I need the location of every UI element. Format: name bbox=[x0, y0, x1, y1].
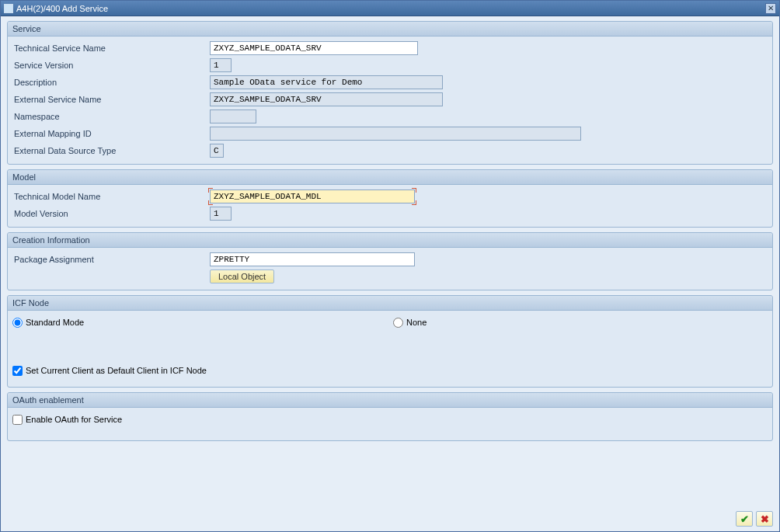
panel-icf-header: ICF Node bbox=[8, 296, 772, 311]
input-description bbox=[210, 75, 443, 89]
input-ext-mapping-id bbox=[210, 127, 581, 141]
titlebar: A4H(2)/400 Add Service ✕ bbox=[1, 1, 779, 16]
action-bar: ✔ ✖ bbox=[1, 508, 779, 531]
input-ext-ds-type bbox=[210, 144, 224, 158]
label-tech-service-name: Technical Service Name bbox=[12, 43, 205, 53]
radio-none-input[interactable] bbox=[393, 318, 403, 328]
input-model-version bbox=[210, 207, 232, 221]
checkbox-enable-oauth[interactable]: Enable OAuth for Service bbox=[12, 415, 122, 425]
label-namespace: Namespace bbox=[12, 112, 205, 121]
label-model-version: Model Version bbox=[12, 209, 205, 218]
panel-service-header: Service bbox=[8, 22, 772, 37]
content-area: Service Technical Service Name Service V… bbox=[1, 16, 779, 508]
label-description: Description bbox=[12, 78, 205, 87]
cancel-button[interactable]: ✖ bbox=[756, 511, 773, 527]
panel-creation: Creation Information Package Assignment … bbox=[7, 232, 773, 290]
checkbox-default-client-label: Set Current Client as Default Client in … bbox=[26, 366, 207, 375]
dialog-window: A4H(2)/400 Add Service ✕ Service Technic… bbox=[0, 0, 780, 532]
label-ext-service-name: External Service Name bbox=[12, 95, 205, 104]
panel-icf: ICF Node Standard Mode None bbox=[7, 295, 773, 388]
label-ext-mapping-id: External Mapping ID bbox=[12, 129, 205, 138]
local-object-button[interactable]: Local Object bbox=[210, 269, 274, 283]
checkbox-enable-oauth-label: Enable OAuth for Service bbox=[26, 415, 122, 424]
radio-standard-mode[interactable]: Standard Mode bbox=[12, 318, 393, 328]
radio-none-label: None bbox=[406, 318, 427, 327]
radio-standard-mode-label: Standard Mode bbox=[26, 318, 84, 327]
panel-model: Model Technical Model Name Model Version bbox=[7, 169, 773, 228]
close-icon[interactable]: ✕ bbox=[765, 3, 776, 14]
input-tech-service-name[interactable] bbox=[210, 41, 418, 55]
window-icon bbox=[4, 4, 13, 13]
radio-none[interactable]: None bbox=[393, 318, 427, 328]
checkbox-default-client-input[interactable] bbox=[12, 366, 23, 376]
panel-oauth: OAuth enablement Enable OAuth for Servic… bbox=[7, 392, 773, 441]
checkbox-enable-oauth-input[interactable] bbox=[12, 415, 23, 425]
ok-button[interactable]: ✔ bbox=[736, 511, 753, 527]
label-tech-model-name: Technical Model Name bbox=[12, 192, 205, 201]
input-ext-service-name bbox=[210, 92, 443, 106]
panel-oauth-header: OAuth enablement bbox=[8, 393, 772, 408]
panel-service: Service Technical Service Name Service V… bbox=[7, 21, 773, 165]
radio-standard-mode-input[interactable] bbox=[12, 318, 23, 328]
label-package-assignment: Package Assignment bbox=[12, 255, 205, 264]
label-service-version: Service Version bbox=[12, 61, 205, 70]
window-title: A4H(2)/400 Add Service bbox=[16, 4, 108, 13]
label-ext-ds-type: External Data Source Type bbox=[12, 146, 205, 155]
panel-model-header: Model bbox=[8, 170, 772, 185]
input-service-version bbox=[210, 58, 232, 72]
panel-creation-header: Creation Information bbox=[8, 233, 772, 248]
input-package-assignment[interactable] bbox=[210, 252, 415, 266]
checkbox-default-client[interactable]: Set Current Client as Default Client in … bbox=[12, 366, 207, 376]
input-tech-model-name[interactable] bbox=[210, 190, 415, 203]
input-namespace bbox=[210, 110, 256, 123]
